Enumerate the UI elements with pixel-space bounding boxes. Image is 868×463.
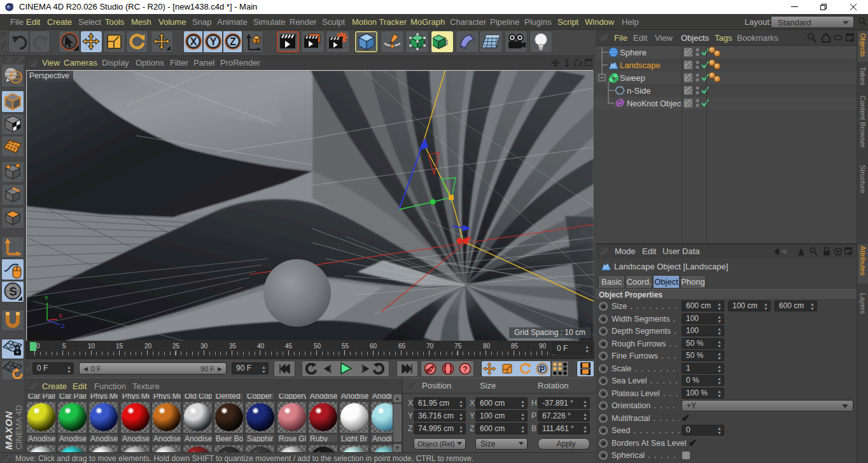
svg-text:Y: Y bbox=[210, 36, 217, 47]
svg-text:75: 75 bbox=[454, 343, 462, 350]
svg-text:0: 0 bbox=[36, 343, 40, 350]
svg-text:P: P bbox=[540, 365, 545, 374]
svg-text:35: 35 bbox=[229, 343, 237, 350]
svg-text:15: 15 bbox=[116, 343, 123, 350]
svg-text:30: 30 bbox=[200, 343, 208, 350]
svg-text:55: 55 bbox=[342, 343, 349, 350]
svg-text:60: 60 bbox=[370, 343, 377, 350]
svg-text:65: 65 bbox=[398, 343, 406, 350]
svg-text:10: 10 bbox=[88, 343, 95, 350]
svg-text:45: 45 bbox=[285, 343, 293, 350]
svg-text:90: 90 bbox=[539, 343, 547, 350]
svg-text:Y: Y bbox=[45, 295, 48, 301]
svg-text:70: 70 bbox=[426, 343, 434, 350]
svg-text:X: X bbox=[59, 313, 62, 319]
svg-text:?: ? bbox=[463, 364, 468, 374]
svg-text:25: 25 bbox=[172, 343, 180, 350]
svg-text:50: 50 bbox=[314, 343, 321, 350]
svg-text:S: S bbox=[9, 285, 17, 298]
svg-text:X: X bbox=[190, 36, 197, 47]
svg-text:5: 5 bbox=[62, 343, 66, 350]
svg-text:Z: Z bbox=[61, 323, 65, 329]
svg-text:85: 85 bbox=[511, 343, 519, 350]
svg-text:40: 40 bbox=[257, 343, 265, 350]
svg-text:20: 20 bbox=[144, 343, 152, 350]
svg-text:Z: Z bbox=[230, 36, 236, 47]
svg-text:80: 80 bbox=[483, 343, 491, 350]
